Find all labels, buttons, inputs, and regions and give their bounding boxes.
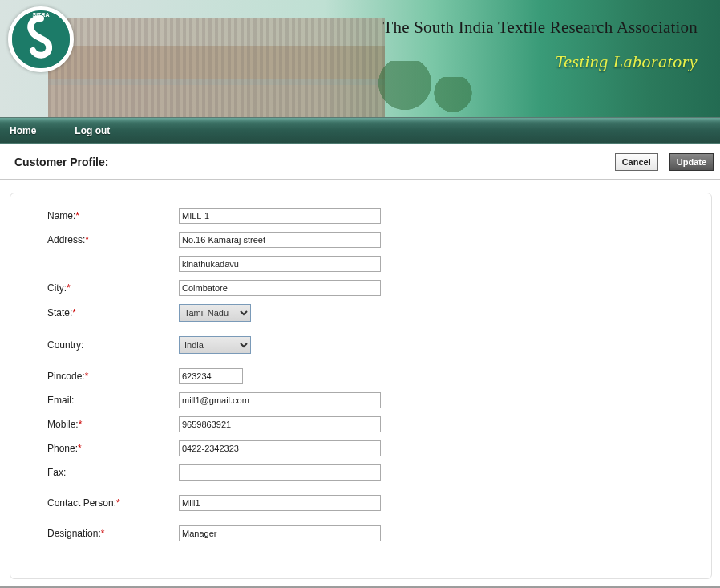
label-name: Name:* (47, 210, 179, 221)
nav-logout[interactable]: Log out (75, 125, 110, 136)
contact-person-field[interactable] (179, 495, 381, 511)
building-graphic (48, 18, 385, 117)
update-button[interactable]: Update (669, 153, 714, 171)
label-mobile: Mobile:* (47, 419, 179, 430)
label-email: Email: (47, 395, 179, 406)
org-title: The South India Textile Research Associa… (383, 18, 698, 38)
profile-form: Name:* Address:* City:* State:* Tamil Na… (10, 193, 712, 579)
page-title-bar: Customer Profile: Cancel Update (0, 144, 720, 180)
email-field[interactable] (179, 392, 381, 408)
address2-field[interactable] (179, 256, 381, 272)
label-address: Address:* (47, 234, 179, 245)
phone-field[interactable] (179, 440, 381, 456)
org-logo: SITRA (8, 6, 74, 72)
label-state: State:* (47, 307, 179, 318)
label-fax: Fax: (47, 467, 179, 478)
svg-text:SITRA: SITRA (33, 12, 50, 18)
cancel-button[interactable]: Cancel (615, 153, 658, 171)
tree-graphic (433, 77, 473, 117)
nav-home[interactable]: Home (10, 125, 36, 136)
label-pincode: Pincode:* (47, 371, 179, 382)
main-nav: Home Log out (0, 117, 720, 144)
label-country: Country: (47, 339, 179, 351)
address1-field[interactable] (179, 232, 381, 248)
tree-graphic (377, 61, 433, 117)
label-designation: Designation:* (47, 528, 179, 539)
label-contact-person: Contact Person:* (47, 497, 179, 509)
fax-field[interactable] (179, 464, 381, 481)
pincode-field[interactable] (179, 368, 243, 384)
label-phone: Phone:* (47, 443, 179, 454)
name-field[interactable] (179, 208, 381, 224)
country-select[interactable]: India (179, 336, 251, 354)
mobile-field[interactable] (179, 416, 381, 432)
page-title: Customer Profile: (14, 156, 108, 168)
state-select[interactable]: Tamil Nadu (179, 304, 251, 322)
label-city: City:* (47, 282, 179, 294)
action-buttons: Cancel Update (615, 153, 715, 171)
city-field[interactable] (179, 280, 381, 296)
header-banner: SITRA The South India Textile Research A… (0, 0, 720, 117)
org-subtitle: Testing Laboratory (555, 51, 698, 72)
designation-field[interactable] (179, 525, 381, 541)
